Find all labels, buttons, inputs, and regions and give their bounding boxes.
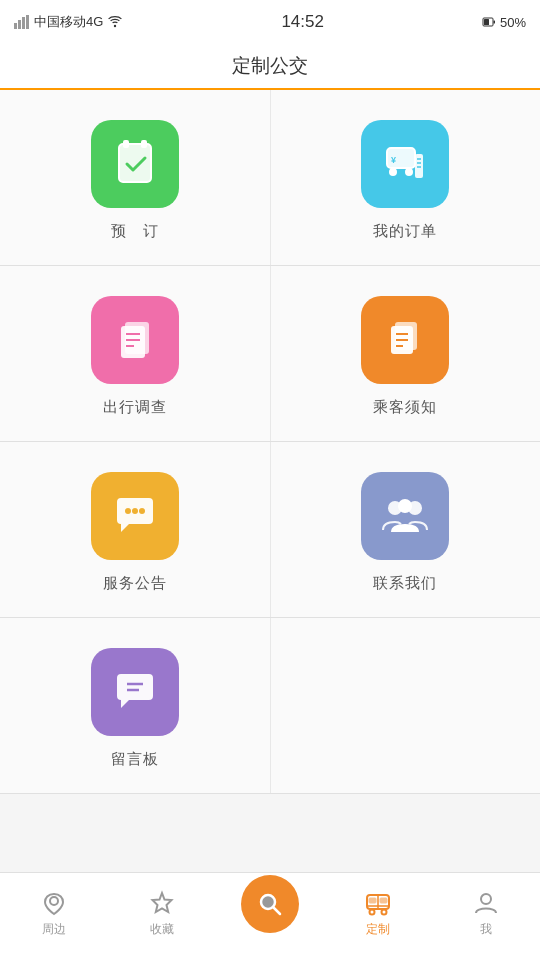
message-board-icon-box (91, 648, 179, 736)
bottom-navigation: 周边 收藏 (0, 872, 540, 960)
nav-item-favorites[interactable]: 收藏 (108, 889, 216, 944)
page-title: 定制公交 (232, 53, 308, 79)
svg-rect-16 (415, 154, 423, 178)
star-icon (148, 889, 176, 917)
menu-grid: 预 订 ¥ 我的订单 (0, 90, 540, 794)
svg-rect-1 (18, 20, 21, 29)
svg-point-4 (114, 25, 116, 27)
svg-point-33 (139, 508, 145, 514)
carrier-text: 中国移动4G (34, 13, 103, 31)
announcement-label: 服务公告 (103, 574, 167, 593)
svg-text:¥: ¥ (391, 155, 396, 165)
search-button[interactable] (241, 875, 299, 933)
menu-item-pre-order[interactable]: 预 订 (0, 90, 270, 265)
svg-rect-8 (119, 144, 151, 182)
nav-item-search[interactable] (216, 875, 324, 949)
pre-order-label: 预 订 (111, 222, 159, 241)
svg-point-36 (398, 499, 412, 513)
grid-row-3: 服务公告 联系我们 (0, 442, 540, 618)
svg-rect-22 (121, 326, 145, 358)
svg-rect-0 (14, 23, 17, 29)
grid-row-2: 出行调查 乘客须知 (0, 266, 540, 442)
svg-rect-2 (22, 17, 25, 29)
pre-order-icon-box (91, 120, 179, 208)
svg-rect-6 (493, 21, 495, 24)
nav-item-custom[interactable]: 定制 (324, 889, 432, 944)
nav-item-profile[interactable]: 我 (432, 889, 540, 944)
svg-point-49 (481, 894, 491, 904)
status-right-icons: 50% (482, 15, 526, 30)
my-orders-label: 我的订单 (373, 222, 437, 241)
svg-rect-43 (369, 898, 376, 903)
menu-item-notice[interactable]: 乘客须知 (271, 266, 541, 441)
nav-item-nearby[interactable]: 周边 (0, 889, 108, 944)
nav-favorites-label: 收藏 (150, 921, 174, 938)
notice-icon-box (361, 296, 449, 384)
svg-rect-7 (484, 19, 489, 25)
location-icon (40, 889, 68, 917)
svg-point-32 (132, 508, 138, 514)
svg-point-31 (125, 508, 131, 514)
svg-rect-11 (141, 140, 147, 148)
svg-rect-3 (26, 15, 29, 29)
notice-label: 乘客须知 (373, 398, 437, 417)
announcement-icon-box (91, 472, 179, 560)
svg-point-39 (50, 897, 58, 905)
svg-point-45 (370, 910, 375, 915)
nav-custom-label: 定制 (366, 921, 390, 938)
nav-profile-label: 我 (480, 921, 492, 938)
status-bar: 中国移动4G 14:52 50% (0, 0, 540, 44)
svg-rect-44 (380, 898, 387, 903)
nav-nearby-label: 周边 (42, 921, 66, 938)
travel-survey-icon-box (91, 296, 179, 384)
bus-icon (364, 889, 392, 917)
battery-text: 50% (500, 15, 526, 30)
person-icon (472, 889, 500, 917)
status-carrier: 中国移动4G (14, 13, 123, 31)
grid-row-4: 留言板 (0, 618, 540, 794)
contact-us-icon-box (361, 472, 449, 560)
message-board-label: 留言板 (111, 750, 159, 769)
svg-point-46 (382, 910, 387, 915)
menu-item-contact-us[interactable]: 联系我们 (271, 442, 541, 617)
my-orders-icon-box: ¥ (361, 120, 449, 208)
travel-survey-label: 出行调查 (103, 398, 167, 417)
grid-row-1: 预 订 ¥ 我的订单 (0, 90, 540, 266)
menu-item-travel-survey[interactable]: 出行调查 (0, 266, 270, 441)
svg-rect-10 (123, 140, 129, 148)
menu-item-message-board[interactable]: 留言板 (0, 618, 270, 793)
svg-point-15 (405, 168, 413, 176)
grid-empty-cell (271, 618, 541, 793)
menu-item-announcement[interactable]: 服务公告 (0, 442, 270, 617)
page-header: 定制公交 (0, 44, 540, 90)
status-time: 14:52 (281, 12, 324, 32)
menu-item-my-orders[interactable]: ¥ 我的订单 (271, 90, 541, 265)
svg-point-14 (389, 168, 397, 176)
svg-line-41 (273, 907, 280, 914)
contact-us-label: 联系我们 (373, 574, 437, 593)
